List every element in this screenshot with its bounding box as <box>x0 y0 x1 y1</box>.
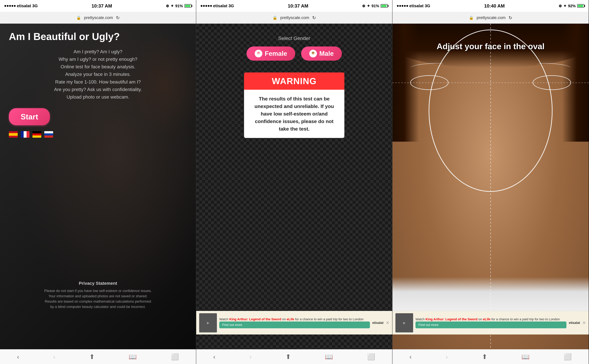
panel-3: etisalat 3G 10:40 AM ⊕ ✦ 92% 🔒 prettysca… <box>393 0 589 364</box>
desc-line-5: Rate my face 1-100. How beautiful am I? <box>55 79 141 84</box>
ad-image-2: ▶ <box>199 313 217 332</box>
ad-text-2: Watch King Arthur: Legend of the Sword o… <box>219 317 370 321</box>
tabs-btn-3[interactable]: ⬜ <box>561 351 575 362</box>
bluetooth-icon-1: ✦ <box>171 4 174 8</box>
dot1 <box>4 5 6 7</box>
ad-button-3[interactable]: Find out more <box>415 321 566 328</box>
lock-icon-1: 🔒 <box>76 15 81 20</box>
privacy-title: Privacy Statement <box>9 281 187 286</box>
share-btn-2[interactable]: ⬆ <box>283 351 294 362</box>
url-3[interactable]: prettyscale.com <box>477 15 505 20</box>
network-type-3: 3G <box>425 4 430 8</box>
ad-text-3: Watch King Arthur: Legend of the Sword o… <box>415 317 566 321</box>
warning-header: WARNING <box>244 72 344 90</box>
address-bar-1[interactable]: 🔒 prettyscale.com ↻ <box>0 12 196 24</box>
bookmarks-btn-1[interactable]: 📖 <box>126 351 140 362</box>
panel2-background: Select Gender Female <box>196 24 392 349</box>
carrier-2: etisalat 3G <box>201 4 234 8</box>
warning-body: The results of this test can be unexpect… <box>244 90 344 138</box>
svg-point-0 <box>257 52 260 54</box>
battery-icon-3 <box>577 4 584 8</box>
panel-2: etisalat 3G 10:37 AM ⊕ ✦ 91% 🔒 prettysca… <box>196 0 393 364</box>
desc-line-2: Why am I ugly? or not pretty enough? <box>58 57 137 62</box>
carrier-name-2: etisalat <box>213 4 227 8</box>
signal-dots-2 <box>201 5 212 7</box>
battery-fill-1 <box>185 5 190 7</box>
ad-close-3[interactable]: ✕ <box>582 320 586 325</box>
status-bar-1: etisalat 3G 10:37 AM ⊕ ✦ 91% <box>0 0 196 12</box>
panel1-content: Am I Beautiful or Ugly? Am I pretty? Am … <box>0 24 196 314</box>
description-1: Am I pretty? Am I ugly? Why am I ugly? o… <box>9 48 187 101</box>
back-btn-2[interactable]: ‹ <box>210 352 218 362</box>
address-bar-3[interactable]: 🔒 prettyscale.com ↻ <box>393 12 589 24</box>
flag-row <box>9 131 187 138</box>
select-gender-label: Select Gender <box>278 35 310 41</box>
female-label: Female <box>265 50 287 57</box>
start-button[interactable]: Start <box>9 108 50 125</box>
desc-line-4: Analyze your face in 3 minutes. <box>65 72 131 77</box>
carrier-name-3: etisalat <box>409 4 424 8</box>
flag-russia[interactable] <box>44 131 53 138</box>
network-type-2: 3G <box>228 4 234 8</box>
url-2[interactable]: prettyscale.com <box>280 15 309 20</box>
bluetooth-icon-2: ✦ <box>367 4 370 8</box>
ad-banner-2: ▶ Watch King Arthur: Legend of the Sword… <box>196 311 392 334</box>
panel-1: etisalat 3G 10:37 AM ⊕ ✦ 91% 🔒 prettysca… <box>0 0 196 364</box>
content-area-1: Am I Beautiful or Ugly? Am I pretty? Am … <box>0 24 196 349</box>
back-btn-3[interactable]: ‹ <box>407 352 414 362</box>
male-button[interactable]: Male <box>301 46 342 61</box>
signal-dots-1 <box>4 5 16 7</box>
panel3-background: Adjust your face in the oval ← Press Nex… <box>393 24 589 349</box>
desc-line-6: Are you pretty? Ask us with confidential… <box>54 87 142 92</box>
svg-point-1 <box>258 52 259 53</box>
dot3 <box>9 5 11 7</box>
tabs-btn-2[interactable]: ⬜ <box>364 351 378 362</box>
share-btn-1[interactable]: ⬆ <box>86 351 98 362</box>
gps-icon-1: ⊕ <box>166 4 169 8</box>
male-icon <box>309 50 317 57</box>
forward-btn-2[interactable]: › <box>246 352 254 362</box>
battery-pct-2: 91% <box>371 4 379 8</box>
bookmarks-btn-3[interactable]: 📖 <box>518 351 532 362</box>
reload-btn-2[interactable]: ↻ <box>312 15 316 20</box>
female-icon <box>255 50 262 57</box>
svg-point-3 <box>312 52 315 54</box>
flag-france[interactable] <box>21 131 30 138</box>
content-area-3: Adjust your face in the oval ← Press Nex… <box>393 24 589 349</box>
reload-btn-3[interactable]: ↻ <box>509 15 512 20</box>
carrier-3: etisalat 3G <box>397 4 430 8</box>
warning-box: WARNING The results of this test can be … <box>244 72 344 138</box>
ad-button-2[interactable]: Find out more <box>219 321 370 328</box>
male-label: Male <box>319 50 334 57</box>
content-area-2: Select Gender Female <box>196 24 392 349</box>
carrier-1: etisalat 3G <box>4 4 38 8</box>
back-btn-1[interactable]: ‹ <box>14 352 22 362</box>
ad-logo-2: etisalat <box>372 321 383 325</box>
bookmarks-btn-2[interactable]: 📖 <box>322 351 336 362</box>
tabs-btn-1[interactable]: ⬜ <box>168 351 182 362</box>
share-btn-3[interactable]: ⬆ <box>479 351 490 362</box>
status-bar-3: etisalat 3G 10:40 AM ⊕ ✦ 92% <box>393 0 589 12</box>
ad-close-2[interactable]: ✕ <box>386 320 389 325</box>
flag-spain[interactable] <box>9 131 18 138</box>
right-icons-1: ⊕ ✦ 91% <box>166 4 192 8</box>
desc-line-3: Online test for face beauty analysis. <box>61 64 136 69</box>
desc-line-1: Am I pretty? Am I ugly? <box>74 49 123 54</box>
time-3: 10:40 AM <box>484 3 505 9</box>
time-1: 10:37 AM <box>91 3 112 9</box>
address-bar-2[interactable]: 🔒 prettyscale.com ↻ <box>196 12 392 24</box>
warning-title: WARNING <box>248 76 340 86</box>
reload-btn-1[interactable]: ↻ <box>116 15 120 20</box>
panel1-background: Am I Beautiful or Ugly? Am I pretty? Am … <box>0 24 196 349</box>
battery-icon-2 <box>381 4 388 8</box>
desc-line-7: Upload photo or use webcam. <box>66 94 129 100</box>
flag-germany[interactable] <box>32 131 41 138</box>
bottom-toolbar-3: ‹ › ⬆ 📖 ⬜ <box>393 349 589 364</box>
carrier-name-1: etisalat <box>17 4 31 8</box>
forward-btn-1[interactable]: › <box>50 352 58 362</box>
forward-btn-3[interactable]: › <box>443 352 451 362</box>
url-1[interactable]: prettyscale.com <box>84 15 113 20</box>
female-button[interactable]: Female <box>246 46 295 61</box>
ad-logo-3: etisalat <box>569 321 580 325</box>
dot2 <box>7 5 9 7</box>
